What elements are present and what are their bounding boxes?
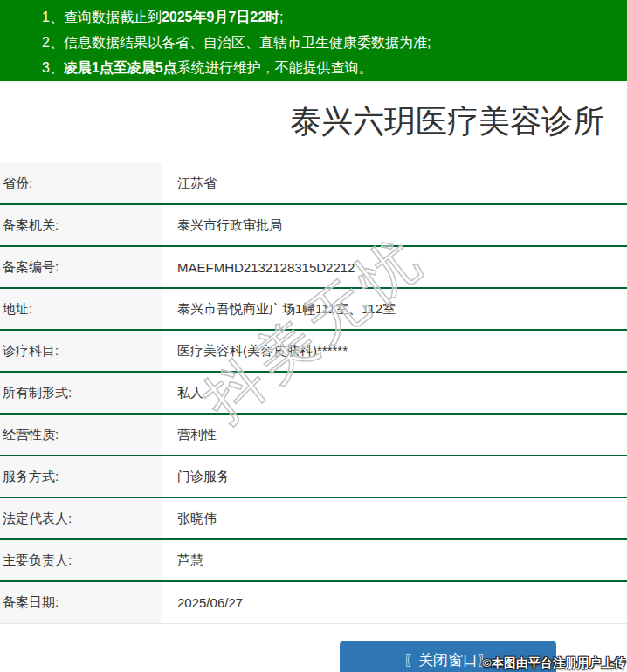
row-value: 私人 <box>162 373 203 413</box>
row-value: 张晓伟 <box>162 498 217 538</box>
row-label: 备案机关: <box>0 205 162 245</box>
table-row-filing-number: 备案编号: MAEFMHD2132128315D2212 <box>0 247 627 289</box>
table-row-principal-person: 主要负责人: 芦慧 <box>0 540 627 582</box>
page-title: 泰兴六玥医疗美容诊所 <box>290 104 604 139</box>
notice-text: 查询数据截止到 <box>64 10 162 24</box>
notice-line-3: 3、凌晨1点至凌晨5点系统进行维护，不能提供查询。 <box>0 55 627 80</box>
page: 1、查询数据截止到2025年9月7日22时; 2、信息数据结果以各省、自治区、直… <box>0 0 627 672</box>
row-label: 法定代表人: <box>0 498 162 538</box>
notice-number: 3、 <box>42 60 64 75</box>
row-label: 省份: <box>0 163 162 203</box>
notice-text: ; <box>279 10 283 24</box>
table-row-business-nature: 经营性质: 营利性 <box>0 415 627 456</box>
table-row-province: 省份: 江苏省 <box>0 163 627 205</box>
table-row-ownership-form: 所有制形式: 私人 <box>0 373 627 415</box>
notice-line-1: 1、查询数据截止到2025年9月7日22时; <box>0 4 627 30</box>
notice-text: 信息数据结果以各省、自治区、直辖市卫生健康委数据为准; <box>64 35 431 50</box>
row-label: 服务方式: <box>0 456 162 497</box>
row-value: 营利性 <box>162 415 217 455</box>
row-value: 门诊服务 <box>162 456 230 497</box>
title-area: 泰兴六玥医疗美容诊所 <box>0 81 627 163</box>
row-value: 芦慧 <box>162 540 203 580</box>
row-value: 泰兴市行政审批局 <box>162 205 282 245</box>
row-label: 诊疗科目: <box>0 331 162 371</box>
row-label: 所有制形式: <box>0 373 162 413</box>
notice-line-2: 2、信息数据结果以各省、自治区、直辖市卫生健康委数据为准; <box>0 30 627 55</box>
notice-banner: 1、查询数据截止到2025年9月7日22时; 2、信息数据结果以各省、自治区、直… <box>0 0 627 81</box>
row-label: 备案日期: <box>0 582 162 623</box>
table-row-service-mode: 服务方式: 门诊服务 <box>0 456 627 498</box>
row-value: 江苏省 <box>162 163 217 203</box>
table-row-address: 地址: 泰兴市吾悦商业广场1幢111室、112室 <box>0 289 627 331</box>
record-table: 省份: 江苏省 备案机关: 泰兴市行政审批局 备案编号: MAEFMHD2132… <box>0 163 627 624</box>
upload-credit-caption: ©本图由平台注册用户上传 <box>483 655 626 671</box>
notice-number: 1、 <box>42 10 64 24</box>
notice-text-bold: 凌晨1点至凌晨5点 <box>64 60 177 75</box>
row-value: 2025/06/27 <box>162 582 243 623</box>
row-label: 地址: <box>0 289 162 329</box>
row-label: 备案编号: <box>0 247 162 287</box>
row-label: 经营性质: <box>0 415 162 455</box>
notice-text-bold: 2025年9月7日22时 <box>162 10 279 24</box>
row-label: 主要负责人: <box>0 540 162 580</box>
row-value: 泰兴市吾悦商业广场1幢111室、112室 <box>162 289 396 329</box>
row-value: 医疗美容科(美容皮肤科)****** <box>162 331 348 371</box>
table-row-filing-date: 备案日期: 2025/06/27 <box>0 582 627 624</box>
notice-number: 2、 <box>42 35 64 50</box>
row-value: MAEFMHD2132128315D2212 <box>162 247 355 287</box>
table-row-filing-authority: 备案机关: 泰兴市行政审批局 <box>0 205 627 247</box>
table-row-legal-representative: 法定代表人: 张晓伟 <box>0 498 627 540</box>
notice-text: 系统进行维护，不能提供查询。 <box>177 60 373 75</box>
table-row-clinical-departments: 诊疗科目: 医疗美容科(美容皮肤科)****** <box>0 331 627 373</box>
